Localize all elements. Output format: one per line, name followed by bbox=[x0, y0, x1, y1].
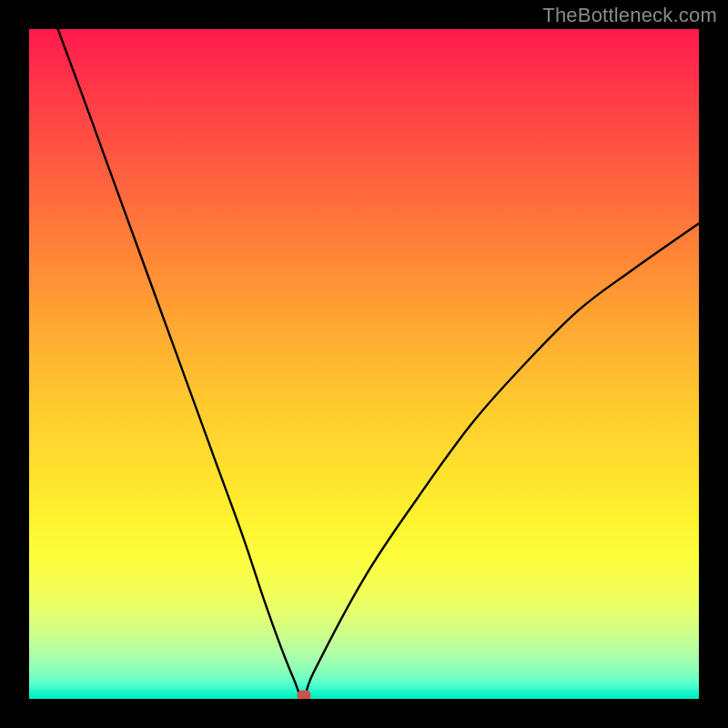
optimal-point-marker bbox=[297, 690, 310, 699]
watermark-text: TheBottleneck.com bbox=[542, 4, 717, 27]
frame-left bbox=[0, 0, 29, 728]
plot-area bbox=[29, 29, 699, 699]
background-gradient bbox=[29, 29, 699, 699]
frame-bottom bbox=[0, 699, 728, 728]
frame-right bbox=[699, 0, 728, 728]
